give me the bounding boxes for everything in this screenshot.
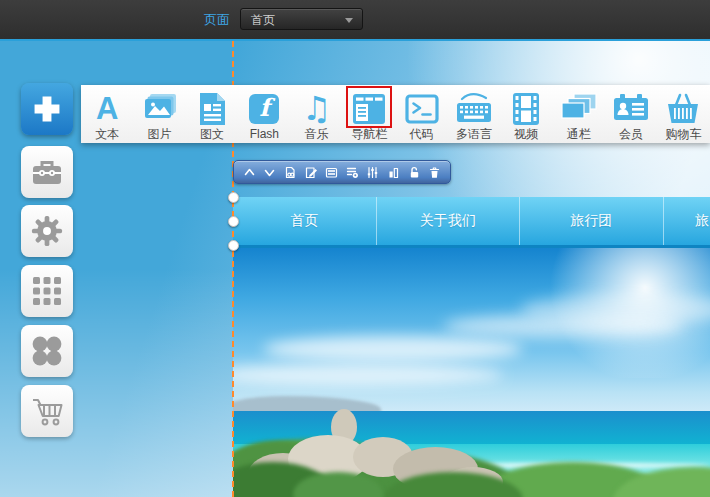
language-icon [454,91,494,127]
navbar-icon [352,91,386,127]
palette-item-label: 会员 [619,127,643,141]
nav-item-home[interactable]: 首页 [233,197,377,245]
palette-item-label: 代码 [410,127,434,141]
plus-icon [31,93,63,125]
palette-item-label: 文本 [95,127,119,141]
palette-item-shopping-cart[interactable]: 购物车 [657,85,709,143]
nav-item-about[interactable]: 关于我们 [377,197,521,245]
palette-item-music[interactable]: ♫ 音乐 [291,85,343,143]
palette-item-flash[interactable]: f Flash [238,85,290,143]
page-select-dropdown[interactable]: 首页 [240,8,363,30]
flash-icon: f [249,91,279,127]
list-settings-icon[interactable] [345,165,360,180]
palette-item-banner[interactable]: 通栏 [553,85,605,143]
palette-item-label: 图片 [148,127,172,141]
grid-icon [32,276,62,306]
sidebar-cart-button[interactable] [21,385,73,437]
code-icon [405,91,439,127]
site-navbar: 首页 关于我们 旅行团 旅 [233,197,710,248]
palette-item-member[interactable]: 会员 [605,85,657,143]
text-icon: A [96,91,118,127]
sliders-icon[interactable] [365,165,380,180]
clover-icon [31,335,63,367]
sidebar-modules-button[interactable] [21,265,73,317]
component-palette: A 文本 图片 [81,85,710,143]
hero-photo [233,248,710,497]
chevron-down-icon [345,18,353,23]
palette-item-label: 购物车 [665,127,701,141]
edit-icon[interactable] [304,165,319,180]
app-window: 首页 关于我们 旅行团 旅 [0,0,710,497]
toolbox-icon [30,157,64,187]
sidebar-add-button[interactable] [21,83,73,135]
palette-item-label: 音乐 [305,127,329,141]
page-select-value: 首页 [251,13,275,27]
banner-icon [560,91,598,127]
palette-item-code[interactable]: 代码 [395,85,447,143]
cart-icon [30,395,64,427]
video-icon [512,91,540,127]
move-down-icon[interactable] [262,165,277,180]
nav-item-partial[interactable]: 旅 [664,197,710,245]
resize-handle-top-left[interactable] [228,192,239,203]
resize-handle-mid-left[interactable] [228,216,239,227]
stats-icon[interactable] [386,165,401,180]
palette-item-text[interactable]: A 文本 [81,85,133,143]
page-link-icon[interactable] [283,165,298,180]
shopping-cart-icon [665,91,701,127]
palette-item-label: Flash [250,127,279,141]
move-up-icon[interactable] [242,165,257,180]
palette-item-video[interactable]: 视频 [500,85,552,143]
image-icon [142,91,178,127]
palette-item-label: 视频 [514,127,538,141]
image-text-icon [197,91,227,127]
page-label: 页面 [204,0,230,39]
palette-item-image[interactable]: 图片 [133,85,185,143]
palette-item-language[interactable]: 多语言 [448,85,500,143]
music-icon: ♫ [302,91,332,127]
topbar-accent-line [0,39,710,41]
trash-icon[interactable] [427,165,442,180]
member-icon [612,91,650,127]
resize-handle-bottom-left[interactable] [228,240,239,251]
component-toolbar [233,160,451,184]
sidebar-toolbox-button[interactable] [21,146,73,198]
palette-item-label: 导航栏 [351,127,387,141]
sidebar-apps-button[interactable] [21,325,73,377]
palette-item-navbar[interactable]: 导航栏 [343,85,395,143]
sidebar-settings-button[interactable] [21,205,73,257]
rows-icon[interactable] [324,165,339,180]
topbar: 页面 首页 [0,0,710,39]
photo-cloud [263,336,523,362]
gear-icon [31,215,63,247]
palette-item-label: 多语言 [456,127,492,141]
palette-item-label: 图文 [200,127,224,141]
nav-item-tours[interactable]: 旅行团 [520,197,664,245]
unlock-icon[interactable] [407,165,422,180]
palette-item-label: 通栏 [567,127,591,141]
palette-item-image-text[interactable]: 图文 [186,85,238,143]
